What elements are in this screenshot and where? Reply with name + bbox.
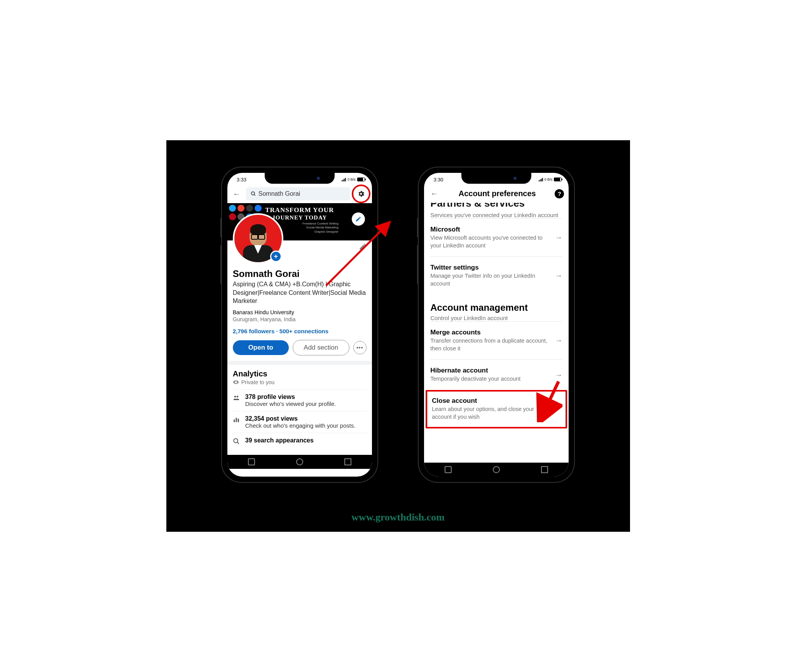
eye-icon — [233, 379, 239, 385]
status-indicators: 0 B/s — [539, 178, 562, 181]
chevron-right-icon: → — [553, 404, 561, 413]
analytics-title: Analytics — [233, 369, 367, 378]
profile-name: Somnath Gorai — [233, 268, 367, 279]
status-indicators: 0 B/s — [342, 178, 365, 181]
people-icon — [233, 393, 241, 407]
avatar[interactable]: + — [233, 213, 283, 264]
battery-icon — [554, 178, 562, 181]
nav-back-icon[interactable] — [344, 458, 351, 465]
svg-rect-5 — [236, 418, 237, 422]
search-icon — [233, 437, 241, 446]
profile-stats[interactable]: 2,796 followers · 500+ connections — [233, 328, 367, 334]
chevron-right-icon: → — [555, 271, 562, 280]
analytics-search-appearances[interactable]: 39 search appearances — [233, 433, 367, 450]
search-input[interactable]: Somnath Gorai — [246, 187, 350, 200]
edit-profile-button[interactable] — [355, 239, 370, 256]
pref-item-merge[interactable]: Merge accountsTransfer connections from … — [430, 321, 562, 359]
svg-rect-6 — [238, 419, 239, 422]
status-time: 3:33 — [237, 177, 246, 183]
svg-point-7 — [234, 439, 238, 443]
nav-recents-icon[interactable] — [248, 458, 255, 465]
phone-mockup-profile: 3:33 0 B/s ← Somnath Gorai — [222, 167, 377, 482]
edit-banner-button[interactable] — [352, 212, 365, 226]
profile-location: Gurugram, Haryana, India — [233, 316, 367, 322]
pencil-icon — [359, 243, 367, 251]
partners-subtitle: Services you've connected your LinkedIn … — [430, 212, 562, 218]
chevron-right-icon: → — [555, 336, 562, 345]
nav-back-icon[interactable] — [541, 466, 548, 473]
preferences-body[interactable]: Partners & services Services you've conn… — [424, 203, 569, 463]
svg-point-3 — [237, 396, 239, 398]
page-title: Account preferences — [443, 189, 552, 198]
section-divider — [227, 361, 372, 365]
gear-icon — [357, 190, 365, 198]
pref-item-hibernate[interactable]: Hibernate accountTemporarily deactivate … — [430, 359, 562, 390]
banner-subtext: Freelance Content WritingSocial Media Ma… — [302, 222, 339, 234]
nav-recents-icon[interactable] — [445, 466, 452, 473]
pref-item-microsoft[interactable]: MicrosoftView Microsoft accounts you've … — [430, 218, 562, 256]
analytics-privacy: Private to you — [233, 379, 367, 385]
signal-icon — [539, 178, 543, 181]
pencil-icon — [355, 216, 361, 222]
pref-item-close-account[interactable]: Close accountLearn about your options, a… — [426, 390, 567, 428]
svg-point-2 — [234, 396, 236, 398]
status-net: 0 B/s — [545, 178, 553, 181]
more-actions-button[interactable]: ••• — [353, 341, 367, 354]
phone-notch — [265, 173, 335, 184]
svg-point-0 — [251, 192, 255, 195]
screen: 3:33 0 B/s ← Somnath Gorai — [227, 173, 372, 477]
account-mgmt-subtitle: Control your LinkedIn account — [430, 315, 562, 321]
profile-headline: Aspiring (CA & CMA) +B.Com(H) | Graphic … — [233, 280, 367, 305]
search-value: Somnath Gorai — [258, 190, 300, 197]
back-icon[interactable]: ← — [429, 188, 440, 200]
status-time: 3:30 — [433, 177, 443, 183]
chevron-right-icon: → — [555, 233, 562, 242]
svg-line-8 — [237, 442, 239, 444]
tutorial-canvas: 3:33 0 B/s ← Somnath Gorai — [166, 140, 630, 532]
analytics-section: Analytics Private to you 378 profile vie… — [227, 365, 372, 455]
nav-home-icon[interactable] — [493, 466, 500, 473]
back-icon[interactable]: ← — [231, 188, 242, 200]
settings-button[interactable] — [354, 187, 368, 201]
profile-actions: Open to Add section ••• — [233, 340, 367, 356]
help-icon[interactable]: ? — [555, 189, 564, 198]
analytics-post-views[interactable]: 32,354 post viewsCheck out who's engagin… — [233, 411, 367, 433]
search-icon — [251, 191, 256, 197]
profile-school: Banaras Hindu University — [233, 309, 367, 315]
preferences-header: ← Account preferences ? — [424, 185, 569, 203]
screen: 3:30 0 B/s ← Account preferences ? Partn… — [424, 173, 569, 477]
phone-notch — [461, 173, 531, 184]
pref-item-twitter[interactable]: Twitter settingsManage your Twitter info… — [430, 256, 562, 294]
partners-heading: Partners & services — [430, 203, 562, 209]
android-nav-bar — [227, 455, 372, 469]
battery-icon — [357, 178, 365, 181]
add-section-button[interactable]: Add section — [293, 340, 349, 356]
top-app-bar: ← Somnath Gorai — [227, 185, 372, 203]
open-to-button[interactable]: Open to — [233, 340, 289, 355]
android-nav-bar — [424, 463, 569, 477]
svg-rect-4 — [234, 420, 235, 422]
account-mgmt-heading: Account management — [430, 302, 562, 313]
chart-icon — [233, 415, 241, 429]
svg-line-1 — [254, 195, 255, 196]
status-net: 0 B/s — [347, 178, 356, 181]
chevron-right-icon: → — [555, 371, 562, 380]
analytics-profile-views[interactable]: 378 profile viewsDiscover who's viewed y… — [233, 389, 367, 411]
profile-info: + Somnath Gorai Aspiring (CA & CMA) +B.C… — [227, 240, 372, 361]
signal-icon — [342, 178, 346, 181]
phone-mockup-preferences: 3:30 0 B/s ← Account preferences ? Partn… — [419, 167, 574, 482]
watermark-url: www.growthdish.com — [166, 512, 630, 523]
nav-home-icon[interactable] — [296, 458, 303, 465]
add-photo-badge[interactable]: + — [270, 251, 282, 262]
